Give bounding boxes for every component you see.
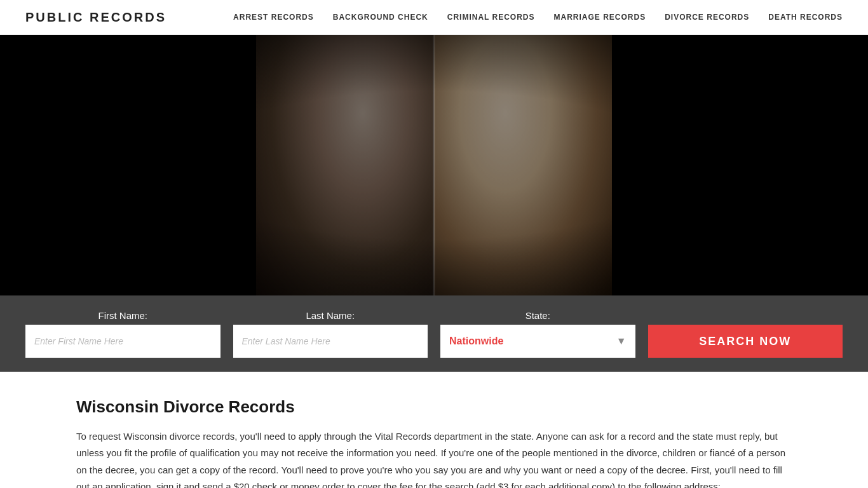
last-name-field: Last Name: — [233, 310, 428, 358]
nav-link-criminal-records[interactable]: CRIMINAL RECORDS — [447, 13, 535, 22]
content-heading: Wisconsin Divorce Records — [76, 397, 792, 417]
search-now-button[interactable]: SEARCH NOW — [648, 325, 843, 358]
content-section: Wisconsin Divorce Records To request Wis… — [0, 372, 868, 488]
hero-person-right — [434, 35, 612, 295]
search-button-wrapper: SEARCH NOW — [648, 309, 843, 358]
content-paragraph: To request Wisconsin divorce records, yo… — [76, 428, 792, 488]
first-name-input[interactable] — [25, 325, 220, 358]
nav-link-death-records[interactable]: DEATH RECORDS — [768, 13, 843, 22]
nav-link-marriage-records[interactable]: MARRIAGE RECORDS — [554, 13, 646, 22]
site-logo[interactable]: PUBLIC RECORDS — [25, 10, 166, 25]
last-name-label: Last Name: — [233, 310, 428, 321]
first-name-label: First Name: — [25, 310, 220, 321]
state-field: State: NationwideAlabamaAlaskaArizonaArk… — [440, 310, 635, 358]
state-select-wrapper: NationwideAlabamaAlaskaArizonaArkansasCa… — [440, 325, 635, 358]
search-bar: First Name: Last Name: State: Nationwide… — [0, 295, 868, 372]
hero-divider — [433, 35, 435, 295]
hero-image — [256, 35, 612, 295]
nav-link-background-check[interactable]: BACKGROUND CHECK — [333, 13, 428, 22]
state-label: State: — [440, 310, 635, 321]
last-name-input[interactable] — [233, 325, 428, 358]
state-select[interactable]: NationwideAlabamaAlaskaArizonaArkansasCa… — [440, 325, 635, 358]
nav-link-arrest-records[interactable]: ARREST RECORDS — [233, 13, 314, 22]
nav-link-divorce-records[interactable]: DIVORCE RECORDS — [665, 13, 749, 22]
hero-section — [0, 35, 868, 295]
hero-person-left — [256, 35, 434, 295]
main-nav: ARREST RECORDSBACKGROUND CHECKCRIMINAL R… — [233, 13, 843, 22]
first-name-field: First Name: — [25, 310, 220, 358]
site-header: PUBLIC RECORDS ARREST RECORDSBACKGROUND … — [0, 0, 868, 35]
